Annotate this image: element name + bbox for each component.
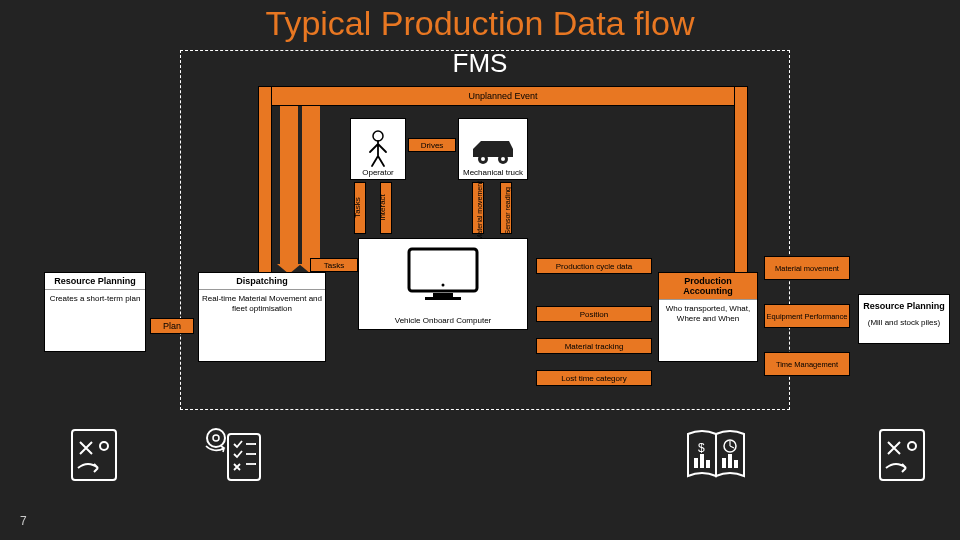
position-bar: Position — [536, 306, 652, 322]
interact-vbar: Interact — [380, 182, 392, 234]
lost-time-label: Lost time category — [561, 374, 626, 383]
material-movement-bar: Material movement — [764, 256, 850, 280]
truck-label: Mechanical truck — [463, 169, 523, 177]
plan-label: Plan — [163, 321, 181, 331]
material-tracking-label: Material tracking — [565, 342, 624, 351]
production-accounting-title: Production Accounting — [659, 273, 757, 300]
monitor-icon — [403, 245, 483, 303]
svg-rect-24 — [734, 460, 738, 468]
plan-arrow: Plan — [150, 318, 194, 334]
resource-planning-right-title: Resource Planning — [859, 295, 949, 314]
arrow-down-2 — [302, 106, 320, 264]
svg-rect-11 — [228, 434, 260, 480]
material-movement-label: Material movement — [775, 264, 839, 273]
sensor-vbar: Sensor reading — [500, 182, 512, 234]
drives-bar: Drives — [408, 138, 456, 152]
unplanned-event-bar: Unplanned Event — [258, 86, 748, 106]
voc-label: Vehicle Onboard Computer — [395, 316, 492, 325]
time-management-bar: Time Management — [764, 352, 850, 376]
interact-vlabel: Interact — [378, 194, 387, 221]
material-vbar: Material movement — [472, 182, 484, 234]
voc-box: Vehicle Onboard Computer — [358, 238, 528, 330]
svg-rect-6 — [433, 293, 453, 297]
svg-point-4 — [501, 157, 505, 161]
clipboard-strategy-icon-2 — [872, 424, 932, 484]
person-icon — [365, 130, 391, 168]
unplanned-right-leg — [734, 86, 748, 276]
svg-rect-23 — [728, 454, 732, 468]
resource-planning-left-title: Resource Planning — [45, 273, 145, 290]
production-cycle-label: Production cycle data — [556, 262, 633, 271]
finance-book-icon: $ — [682, 424, 752, 484]
production-cycle-bar: Production cycle data — [536, 258, 652, 274]
svg-rect-21 — [706, 460, 710, 468]
clipboard-strategy-icon — [64, 424, 124, 484]
operator-box: Operator — [350, 118, 406, 180]
svg-rect-7 — [425, 297, 461, 300]
drives-label: Drives — [421, 141, 444, 150]
resource-planning-right-box: Resource Planning (Mill and stock piles) — [858, 294, 950, 344]
unplanned-event-label: Unplanned Event — [468, 91, 537, 101]
svg-rect-22 — [722, 458, 726, 468]
page-number: 7 — [20, 514, 27, 528]
svg-text:$: $ — [698, 441, 705, 455]
dispatching-desc: Real-time Material Movement and fleet op… — [199, 290, 325, 317]
resource-planning-right-desc: (Mill and stock piles) — [859, 314, 949, 332]
resource-planning-left-desc: Creates a short-term plan — [45, 290, 145, 308]
tasks-vbar: Tasks — [354, 182, 366, 234]
operator-label: Operator — [362, 168, 394, 177]
slide: Typical Production Data flow FMS 7 Unpla… — [0, 0, 960, 540]
time-management-label: Time Management — [776, 360, 838, 369]
unplanned-left-leg — [258, 86, 272, 276]
svg-point-2 — [481, 157, 485, 161]
lost-time-bar: Lost time category — [536, 370, 652, 386]
dispatching-box: Dispatching Real-time Material Movement … — [198, 272, 326, 362]
svg-rect-9 — [72, 430, 116, 480]
svg-point-16 — [213, 435, 219, 441]
page-title: Typical Production Data flow — [0, 4, 960, 43]
equipment-performance-bar: Equipment Performance — [764, 304, 850, 328]
svg-point-0 — [373, 131, 383, 141]
material-tracking-bar: Material tracking — [536, 338, 652, 354]
svg-rect-20 — [700, 454, 704, 468]
truck-icon — [469, 135, 517, 169]
svg-point-15 — [207, 429, 225, 447]
tasks-vlabel: Tasks — [353, 197, 362, 217]
dispatching-title: Dispatching — [199, 273, 325, 290]
svg-point-26 — [908, 442, 916, 450]
arrow-down-1 — [280, 106, 298, 264]
svg-rect-25 — [880, 430, 924, 480]
tasks-arrow: Tasks — [310, 258, 358, 272]
resource-planning-left-box: Resource Planning Creates a short-term p… — [44, 272, 146, 352]
equipment-performance-label: Equipment Performance — [767, 312, 848, 321]
tasks-arrow-label: Tasks — [324, 261, 344, 270]
position-label: Position — [580, 310, 608, 319]
production-accounting-desc: Who transported, What, Where and When — [659, 300, 757, 327]
svg-rect-19 — [694, 458, 698, 468]
material-vlabel: Material movement — [476, 173, 483, 241]
svg-point-8 — [442, 284, 445, 287]
production-accounting-box: Production Accounting Who transported, W… — [658, 272, 758, 362]
sensor-vlabel: Sensor reading — [504, 179, 511, 235]
checklist-gear-icon — [200, 418, 270, 488]
truck-box: Mechanical truck — [458, 118, 528, 180]
svg-point-10 — [100, 442, 108, 450]
